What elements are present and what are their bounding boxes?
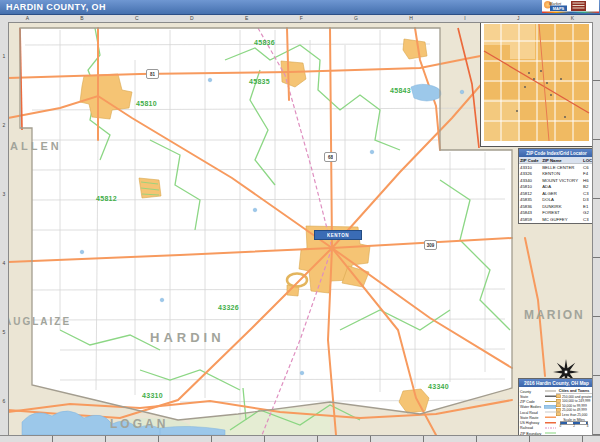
legend-subtitle: Cities and Towns <box>556 389 592 394</box>
county-label-logan: LOGAN <box>110 417 168 431</box>
legend-cities-column: Cities and Towns 250,000 and greater 100… <box>556 389 592 436</box>
county-label-auglaize: AUGLAIZE <box>4 316 71 327</box>
swatch-zip-boundary <box>545 433 556 434</box>
zip-label-45812: 45812 <box>96 195 117 202</box>
col-zip-name: ZIP Name <box>541 157 582 164</box>
swatch-railroad <box>545 427 556 428</box>
map-viewer-window: ALLEN AUGLAIZE HARDIN LOGAN MARION 45836… <box>0 0 600 442</box>
grid-ruler-left: 1 2 3 4 5 6 <box>0 22 9 435</box>
grid-ruler-top: A B C D E F G H I J K <box>0 14 600 23</box>
swatch-state-route <box>545 417 556 419</box>
zip-label-45836: 45836 <box>254 39 275 46</box>
scale-bar: Scale in Miles 0 2 4 <box>556 418 592 428</box>
inset-map[interactable] <box>480 20 595 147</box>
inset-map-art <box>481 21 592 144</box>
logo-brand-bottom: MAPS <box>550 6 567 12</box>
swatch-county-line <box>545 391 556 392</box>
zip-index-table: ZIP Code ZIP Name LOC 43310BELLE CENTERC… <box>519 157 594 223</box>
grid-ruler-right <box>592 22 600 435</box>
swatch-state-line <box>545 396 556 398</box>
zip-label-45810: 45810 <box>136 100 157 107</box>
city-size-swatch <box>556 408 561 412</box>
zip-index-panel: ZIP Code Index/Grid Locator ZIP Code ZIP… <box>518 148 595 224</box>
zip-label-43340: 43340 <box>428 383 449 390</box>
legend-title: 2016 Hardin County, OH Map <box>519 379 594 387</box>
grid-ruler-bottom <box>0 435 600 442</box>
city-size-swatch <box>556 413 561 417</box>
route-shield-309: 309 <box>424 240 437 250</box>
logo-contact-block <box>571 1 586 11</box>
zip-index-title: ZIP Code Index/Grid Locator <box>519 149 594 157</box>
county-label-hardin: HARDIN <box>150 330 225 345</box>
legend-panel: 2016 Hardin County, OH Map County State … <box>518 378 595 442</box>
zip-label-43326: 43326 <box>218 304 239 311</box>
swatch-local-road <box>545 412 556 413</box>
table-row: 43310BELLE CENTERC6 <box>519 164 594 171</box>
city-size-swatch <box>556 404 561 408</box>
county-label-allen: ALLEN <box>10 140 62 152</box>
title-bar: HARDIN COUNTY, OH <box>0 0 600 15</box>
page-title: HARDIN COUNTY, OH <box>6 0 106 14</box>
zip-label-45835: 45835 <box>249 78 270 85</box>
zip-index-header-row: ZIP Code ZIP Name LOC <box>519 157 594 164</box>
col-zip-code: ZIP Code <box>519 157 541 164</box>
table-row: 45859MC GUFFEYC3 <box>519 216 594 223</box>
city-size-swatch <box>556 399 561 403</box>
zip-label-43310: 43310 <box>142 392 163 399</box>
zip-label-45843: 45843 <box>390 87 411 94</box>
logo-color-stripe <box>542 12 599 14</box>
city-label-kenton: KENTON <box>314 230 362 240</box>
swatch-us-highway <box>545 422 556 424</box>
legend-boundary-column: County State ZIP Code Water Bodies Local… <box>520 389 556 436</box>
city-size-swatch <box>556 395 561 399</box>
swatch-water <box>544 405 556 409</box>
county-label-marion: MARION <box>524 308 585 322</box>
marketmaps-logo: Market MAPS <box>542 0 599 13</box>
route-shield-68: 68 <box>324 152 337 162</box>
swatch-zip-line <box>545 401 556 402</box>
route-shield-81: 81 <box>146 69 159 79</box>
